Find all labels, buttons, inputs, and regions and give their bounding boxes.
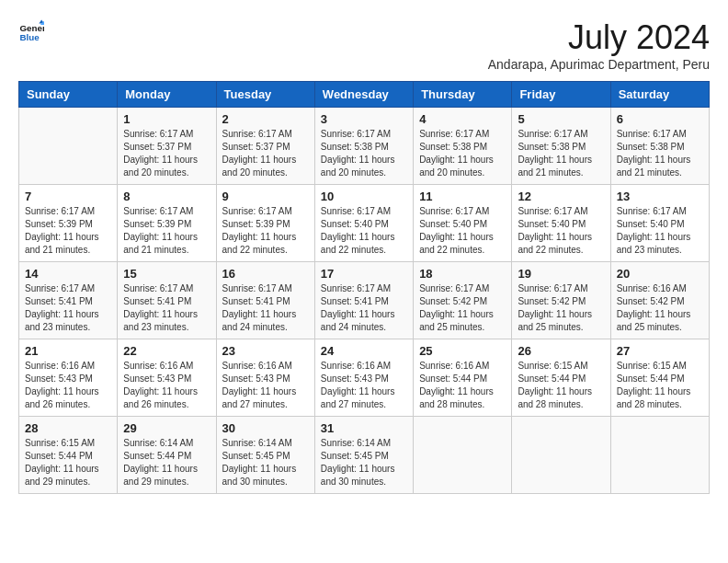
calendar-cell: 22Sunrise: 6:16 AMSunset: 5:43 PMDayligh…: [118, 339, 216, 417]
cell-sun-info: Sunrise: 6:15 AMSunset: 5:44 PMDaylight:…: [518, 360, 604, 411]
calendar-cell: 3Sunrise: 6:17 AMSunset: 5:38 PMDaylight…: [314, 108, 413, 185]
calendar-cell: 29Sunrise: 6:14 AMSunset: 5:44 PMDayligh…: [118, 417, 216, 494]
cell-sun-info: Sunrise: 6:17 AMSunset: 5:41 PMDaylight:…: [25, 282, 111, 334]
logo: General Blue: [18, 18, 44, 44]
day-number: 1: [123, 112, 210, 126]
calendar-cell: 7Sunrise: 6:17 AMSunset: 5:39 PMDaylight…: [19, 185, 118, 262]
cell-sun-info: Sunrise: 6:16 AMSunset: 5:43 PMDaylight:…: [25, 360, 111, 411]
calendar-cell: 31Sunrise: 6:14 AMSunset: 5:45 PMDayligh…: [314, 417, 413, 494]
weekday-header-tuesday: Tuesday: [216, 82, 314, 108]
calendar-week-row: 21Sunrise: 6:16 AMSunset: 5:43 PMDayligh…: [19, 339, 710, 417]
day-number: 15: [123, 267, 210, 281]
cell-sun-info: Sunrise: 6:14 AMSunset: 5:45 PMDaylight:…: [222, 437, 309, 488]
day-number: 22: [123, 344, 210, 358]
day-number: 20: [617, 267, 703, 281]
day-number: 5: [518, 112, 604, 126]
calendar-cell: 30Sunrise: 6:14 AMSunset: 5:45 PMDayligh…: [216, 417, 314, 494]
calendar-cell: 12Sunrise: 6:17 AMSunset: 5:40 PMDayligh…: [512, 185, 610, 262]
day-number: 6: [617, 112, 703, 126]
cell-sun-info: Sunrise: 6:17 AMSunset: 5:41 PMDaylight:…: [123, 282, 210, 334]
cell-sun-info: Sunrise: 6:15 AMSunset: 5:44 PMDaylight:…: [25, 437, 111, 488]
weekday-header-wednesday: Wednesday: [314, 82, 413, 108]
cell-sun-info: Sunrise: 6:17 AMSunset: 5:40 PMDaylight:…: [321, 205, 407, 257]
cell-sun-info: Sunrise: 6:16 AMSunset: 5:43 PMDaylight:…: [123, 360, 210, 411]
day-number: 29: [123, 421, 210, 435]
day-number: 26: [518, 344, 604, 358]
page-header: General Blue July 2024 Andarapa, Apurima…: [18, 18, 710, 72]
cell-sun-info: Sunrise: 6:17 AMSunset: 5:37 PMDaylight:…: [222, 128, 309, 179]
cell-sun-info: Sunrise: 6:17 AMSunset: 5:39 PMDaylight:…: [123, 205, 210, 257]
calendar-cell: 13Sunrise: 6:17 AMSunset: 5:40 PMDayligh…: [610, 185, 709, 262]
weekday-header-saturday: Saturday: [610, 82, 709, 108]
month-year-title: July 2024: [488, 18, 710, 57]
calendar-cell: 6Sunrise: 6:17 AMSunset: 5:38 PMDaylight…: [610, 108, 709, 185]
calendar-table: SundayMondayTuesdayWednesdayThursdayFrid…: [18, 81, 710, 494]
cell-sun-info: Sunrise: 6:14 AMSunset: 5:45 PMDaylight:…: [321, 437, 407, 488]
calendar-cell: 14Sunrise: 6:17 AMSunset: 5:41 PMDayligh…: [19, 262, 118, 339]
cell-sun-info: Sunrise: 6:16 AMSunset: 5:44 PMDaylight:…: [419, 360, 506, 411]
weekday-header-row: SundayMondayTuesdayWednesdayThursdayFrid…: [19, 82, 710, 108]
calendar-cell: [610, 417, 709, 494]
day-number: 9: [222, 190, 309, 203]
day-number: 18: [419, 267, 506, 281]
weekday-header-monday: Monday: [118, 82, 216, 108]
calendar-week-row: 14Sunrise: 6:17 AMSunset: 5:41 PMDayligh…: [19, 262, 710, 339]
cell-sun-info: Sunrise: 6:16 AMSunset: 5:43 PMDaylight:…: [321, 360, 407, 411]
cell-sun-info: Sunrise: 6:17 AMSunset: 5:38 PMDaylight:…: [321, 128, 407, 179]
day-number: 30: [222, 421, 309, 435]
calendar-cell: 1Sunrise: 6:17 AMSunset: 5:37 PMDaylight…: [118, 108, 216, 185]
day-number: 12: [518, 190, 604, 203]
weekday-header-friday: Friday: [512, 82, 610, 108]
day-number: 23: [222, 344, 309, 358]
day-number: 19: [518, 267, 604, 281]
cell-sun-info: Sunrise: 6:17 AMSunset: 5:37 PMDaylight:…: [123, 128, 210, 179]
day-number: 2: [222, 112, 309, 126]
calendar-cell: 17Sunrise: 6:17 AMSunset: 5:41 PMDayligh…: [314, 262, 413, 339]
calendar-cell: 4Sunrise: 6:17 AMSunset: 5:38 PMDaylight…: [414, 108, 512, 185]
svg-text:Blue: Blue: [19, 32, 40, 42]
calendar-cell: 19Sunrise: 6:17 AMSunset: 5:42 PMDayligh…: [512, 262, 610, 339]
calendar-cell: 18Sunrise: 6:17 AMSunset: 5:42 PMDayligh…: [414, 262, 512, 339]
calendar-week-row: 1Sunrise: 6:17 AMSunset: 5:37 PMDaylight…: [19, 108, 710, 185]
cell-sun-info: Sunrise: 6:17 AMSunset: 5:38 PMDaylight:…: [518, 128, 604, 179]
location-subtitle: Andarapa, Apurimac Department, Peru: [488, 57, 710, 72]
day-number: 7: [25, 190, 111, 203]
calendar-cell: 21Sunrise: 6:16 AMSunset: 5:43 PMDayligh…: [19, 339, 118, 417]
day-number: 4: [419, 112, 506, 126]
cell-sun-info: Sunrise: 6:17 AMSunset: 5:41 PMDaylight:…: [222, 282, 309, 334]
calendar-cell: 8Sunrise: 6:17 AMSunset: 5:39 PMDaylight…: [118, 185, 216, 262]
day-number: 21: [25, 344, 111, 358]
calendar-cell: [414, 417, 512, 494]
calendar-cell: 28Sunrise: 6:15 AMSunset: 5:44 PMDayligh…: [19, 417, 118, 494]
cell-sun-info: Sunrise: 6:17 AMSunset: 5:40 PMDaylight:…: [617, 205, 703, 257]
cell-sun-info: Sunrise: 6:16 AMSunset: 5:43 PMDaylight:…: [222, 360, 309, 411]
day-number: 25: [419, 344, 506, 358]
title-area: July 2024 Andarapa, Apurimac Department,…: [488, 18, 710, 72]
calendar-cell: 5Sunrise: 6:17 AMSunset: 5:38 PMDaylight…: [512, 108, 610, 185]
calendar-cell: 10Sunrise: 6:17 AMSunset: 5:40 PMDayligh…: [314, 185, 413, 262]
day-number: 17: [321, 267, 407, 281]
cell-sun-info: Sunrise: 6:16 AMSunset: 5:42 PMDaylight:…: [617, 282, 703, 334]
calendar-cell: 25Sunrise: 6:16 AMSunset: 5:44 PMDayligh…: [414, 339, 512, 417]
day-number: 24: [321, 344, 407, 358]
logo-icon: General Blue: [18, 18, 44, 44]
day-number: 13: [617, 190, 703, 203]
calendar-cell: [19, 108, 118, 185]
calendar-cell: 9Sunrise: 6:17 AMSunset: 5:39 PMDaylight…: [216, 185, 314, 262]
day-number: 16: [222, 267, 309, 281]
cell-sun-info: Sunrise: 6:17 AMSunset: 5:42 PMDaylight:…: [419, 282, 506, 334]
cell-sun-info: Sunrise: 6:15 AMSunset: 5:44 PMDaylight:…: [617, 360, 703, 411]
calendar-cell: [512, 417, 610, 494]
weekday-header-thursday: Thursday: [414, 82, 512, 108]
cell-sun-info: Sunrise: 6:17 AMSunset: 5:40 PMDaylight:…: [419, 205, 506, 257]
calendar-cell: 16Sunrise: 6:17 AMSunset: 5:41 PMDayligh…: [216, 262, 314, 339]
calendar-cell: 23Sunrise: 6:16 AMSunset: 5:43 PMDayligh…: [216, 339, 314, 417]
calendar-cell: 24Sunrise: 6:16 AMSunset: 5:43 PMDayligh…: [314, 339, 413, 417]
day-number: 3: [321, 112, 407, 126]
day-number: 28: [25, 421, 111, 435]
day-number: 27: [617, 344, 703, 358]
cell-sun-info: Sunrise: 6:14 AMSunset: 5:44 PMDaylight:…: [123, 437, 210, 488]
cell-sun-info: Sunrise: 6:17 AMSunset: 5:40 PMDaylight:…: [518, 205, 604, 257]
calendar-week-row: 28Sunrise: 6:15 AMSunset: 5:44 PMDayligh…: [19, 417, 710, 494]
day-number: 8: [123, 190, 210, 203]
